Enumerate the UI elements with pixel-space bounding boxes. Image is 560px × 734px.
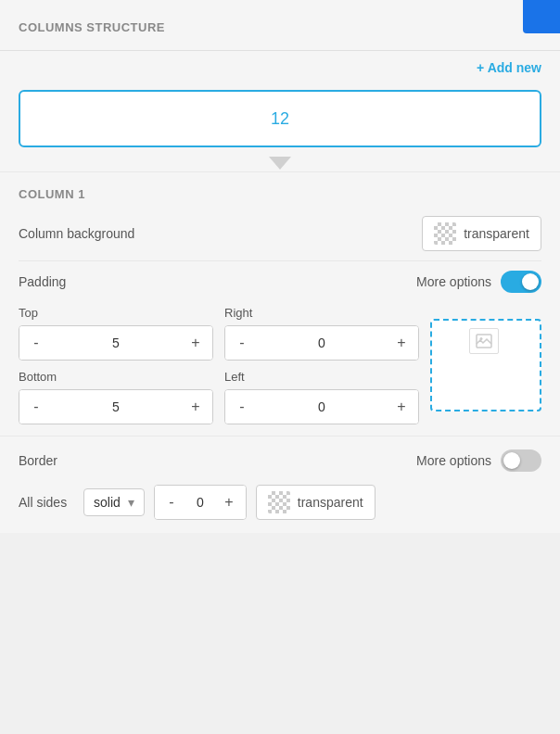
border-width-input: - 0 +: [154, 485, 247, 520]
all-sides-label: All sides: [19, 495, 74, 510]
border-color-picker[interactable]: transparent: [256, 485, 375, 520]
column1-label: COLUMN 1: [19, 187, 541, 201]
padding-bottom-plus[interactable]: +: [179, 390, 212, 424]
border-width-value: 0: [188, 495, 212, 510]
panel: COLUMNS STRUCTURE ∧ + Add new 12 COLUMN …: [0, 0, 560, 533]
column-box[interactable]: 12: [19, 90, 541, 147]
preview-image-placeholder: [469, 328, 499, 354]
add-new-button[interactable]: + Add new: [477, 60, 541, 75]
border-more-options-group: More options: [416, 449, 541, 472]
padding-left-minus[interactable]: -: [225, 390, 259, 424]
add-new-bar: + Add new: [0, 51, 560, 84]
padding-left-group: Left - 0 +: [224, 370, 419, 424]
column-arrow-indicator: [0, 149, 560, 170]
padding-more-options-label: More options: [416, 274, 491, 289]
border-checker-icon: [268, 491, 290, 513]
border-toggle-knob: [503, 452, 520, 469]
padding-top-value: 5: [53, 335, 179, 350]
padding-label: Padding: [19, 274, 66, 289]
padding-top-input: - 5 +: [19, 325, 213, 361]
border-color-value: transparent: [298, 495, 363, 510]
padding-bottom-label: Bottom: [19, 370, 213, 384]
column-background-picker[interactable]: transparent: [422, 216, 541, 251]
checker-icon: [434, 222, 456, 245]
border-width-minus[interactable]: -: [155, 486, 188, 519]
padding-top-plus[interactable]: +: [179, 326, 212, 360]
padding-right-value: 0: [259, 335, 385, 350]
padding-bottom-group: Bottom - 5 +: [19, 370, 213, 424]
padding-right-col: Right - 0 + Left - 0 +: [224, 306, 419, 424]
padding-top-group: Top - 5 +: [19, 306, 213, 361]
padding-top-minus[interactable]: -: [19, 326, 53, 360]
column1-section: COLUMN 1 Column background transparent P…: [0, 171, 560, 436]
all-sides-row: All sides solid ▾ - 0 + transparent: [19, 485, 541, 520]
padding-preview-col: [430, 306, 541, 424]
panel-title: COLUMNS STRUCTURE: [19, 20, 165, 34]
padding-more-options-group: More options: [416, 271, 541, 293]
border-more-options-label: More options: [416, 453, 491, 468]
panel-header: COLUMNS STRUCTURE ∧: [0, 0, 560, 51]
column-box-value: 12: [271, 109, 289, 129]
border-style-value: solid: [94, 495, 121, 510]
padding-preview: [430, 319, 541, 411]
padding-right-input: - 0 +: [224, 325, 419, 361]
padding-left-input: - 0 +: [224, 389, 419, 424]
padding-left-label: Left: [224, 370, 419, 384]
padding-left-plus[interactable]: +: [385, 390, 418, 424]
blue-corner-accent: [523, 0, 560, 33]
padding-right-plus[interactable]: +: [385, 326, 418, 360]
padding-fields: Top - 5 + Bottom - 5 +: [19, 306, 541, 424]
column-background-row: Column background transparent: [19, 216, 541, 251]
column-background-value: transparent: [464, 226, 529, 241]
padding-bottom-input: - 5 +: [19, 389, 213, 424]
padding-bottom-minus[interactable]: -: [19, 390, 53, 424]
padding-top-label: Top: [19, 306, 213, 320]
column-background-label: Column background: [19, 226, 134, 241]
border-more-options-toggle[interactable]: [501, 449, 541, 472]
border-width-plus[interactable]: +: [212, 486, 246, 519]
border-label: Border: [19, 453, 57, 468]
column-selector-area: 12: [0, 84, 560, 147]
chevron-down-icon: ▾: [128, 495, 134, 510]
padding-header: Padding More options: [19, 271, 541, 293]
toggle-knob: [522, 273, 539, 290]
preview-layout: [469, 328, 503, 402]
border-header: Border More options: [19, 449, 541, 472]
padding-left-value: 0: [259, 399, 385, 414]
border-section: Border More options All sides solid ▾ - …: [0, 436, 560, 533]
padding-right-label: Right: [224, 306, 419, 320]
padding-right-group: Right - 0 +: [224, 306, 419, 361]
border-style-select[interactable]: solid ▾: [83, 488, 145, 516]
padding-bottom-value: 5: [53, 399, 179, 414]
padding-more-options-toggle[interactable]: [501, 271, 541, 293]
separator-1: [19, 260, 541, 261]
padding-left-col: Top - 5 + Bottom - 5 +: [19, 306, 213, 424]
padding-right-minus[interactable]: -: [225, 326, 259, 360]
